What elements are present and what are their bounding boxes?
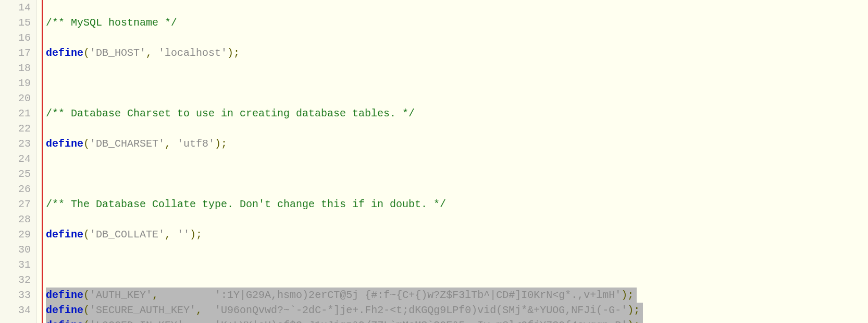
keyword-define: define: [46, 138, 83, 150]
code-line: /** Database Charset to use in creating …: [46, 106, 868, 121]
code-editor: 14 15 16 17 18 19 20 21 22 23 24 25 26 2…: [0, 0, 868, 323]
string: 'AUTH_KEY': [90, 289, 152, 301]
string: ':1Y|G29A,hsmo)2erCT@5j {#:f~{C+{)w?Z$F3…: [215, 289, 621, 301]
code-line: define('DB_CHARSET', 'utf8');: [46, 136, 868, 151]
keyword-define: define: [46, 229, 83, 241]
line-number: 31: [0, 257, 31, 272]
paren-close: );: [227, 47, 240, 59]
code-line: [46, 166, 868, 182]
keyword-define: define: [46, 289, 83, 301]
line-number: 20: [0, 91, 31, 106]
comment: /** Database Charset to use in creating …: [46, 107, 415, 119]
keyword-define: define: [46, 304, 83, 316]
code-line: define('DB_COLLATE', '');: [46, 227, 868, 242]
paren-open: (: [83, 304, 90, 316]
paren-open: (: [83, 289, 90, 301]
line-number: 32: [0, 272, 31, 288]
keyword-define: define: [46, 319, 83, 323]
code-line-selected: define('LOGGED_IN_KEY', 'K+LYX|eU)of$3,J…: [46, 318, 643, 323]
line-number-gutter: 14 15 16 17 18 19 20 21 22 23 24 25 26 2…: [0, 0, 36, 323]
paren-close: );: [215, 138, 227, 150]
paren-close: );: [190, 229, 202, 241]
comma: ,: [183, 319, 215, 323]
code-line: [46, 76, 868, 91]
line-number: 26: [0, 182, 31, 197]
keyword-define: define: [46, 47, 83, 59]
line-number: 18: [0, 61, 31, 76]
line-number: 23: [0, 136, 31, 151]
line-number: 25: [0, 166, 31, 182]
string: 'SECURE_AUTH_KEY': [90, 304, 196, 316]
string: 'K+LYX|eU)of$3,J1xJjqz&9/ZZL`mMcMS`?OE&5…: [215, 319, 627, 323]
line-number: 30: [0, 242, 31, 257]
paren-open: (: [83, 47, 90, 59]
code-line: [46, 257, 868, 272]
line-number: 19: [0, 76, 31, 91]
line-number: 16: [0, 30, 31, 45]
comma: ,: [196, 304, 215, 316]
paren-close: );: [627, 304, 640, 316]
paren-open: (: [83, 138, 90, 150]
comma: ,: [152, 289, 215, 301]
string: '': [177, 229, 190, 241]
comma: ,: [146, 47, 158, 59]
line-number: 33: [0, 288, 31, 303]
line-number: 15: [0, 15, 31, 30]
string: 'DB_COLLATE': [90, 229, 165, 241]
code-line-selected: define('AUTH_KEY', ':1Y|G29A,hsmo)2erCT@…: [46, 288, 637, 303]
comma: ,: [165, 138, 177, 150]
line-number: 28: [0, 212, 31, 227]
comment: /** MySQL hostname */: [46, 17, 177, 29]
code-line: /** MySQL hostname */: [46, 15, 868, 30]
line-number: 34: [0, 303, 31, 318]
string: 'LOGGED_IN_KEY': [90, 319, 183, 323]
comma: ,: [165, 229, 177, 241]
code-line-selected: define('SECURE_AUTH_KEY', 'U96onQvwd?~`-…: [46, 303, 643, 318]
line-number: 24: [0, 151, 31, 166]
string: 'DB_CHARSET': [90, 138, 165, 150]
string: 'localhost': [158, 47, 227, 59]
line-number: 21: [0, 106, 31, 121]
paren-close: );: [627, 319, 640, 323]
line-number: 22: [0, 121, 31, 136]
string: 'DB_HOST': [90, 47, 146, 59]
comment: /** The Database Collate type. Don't cha…: [46, 198, 446, 210]
code-line: /** The Database Collate type. Don't cha…: [46, 197, 868, 212]
paren-open: (: [83, 229, 90, 241]
string: 'U96onQvwd?~`-2dC-*]je+.Fh2-<t;dKGQg9LPf…: [215, 304, 627, 316]
code-area[interactable]: /** MySQL hostname */ define('DB_HOST', …: [43, 0, 868, 323]
line-number: 17: [0, 45, 31, 61]
code-line: define('DB_HOST', 'localhost');: [46, 45, 868, 61]
string: 'utf8': [177, 138, 215, 150]
line-number: 29: [0, 227, 31, 242]
paren-close: );: [621, 289, 634, 301]
line-number: 14: [0, 0, 31, 15]
paren-open: (: [83, 319, 90, 323]
change-margin: [36, 0, 43, 323]
line-number: 27: [0, 197, 31, 212]
